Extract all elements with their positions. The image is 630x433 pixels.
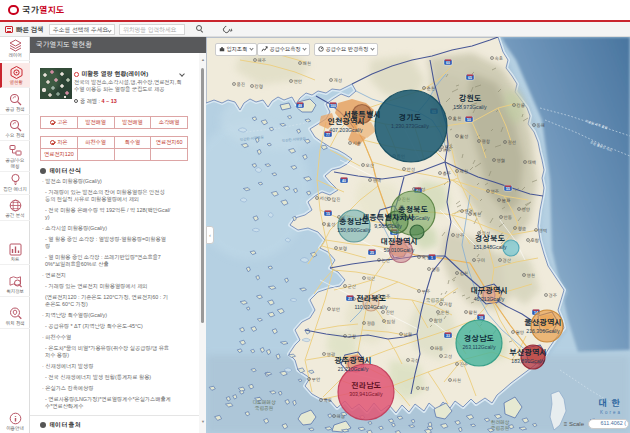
svg-text:고창: 고창 [348, 334, 357, 339]
svg-text:익산: 익산 [367, 276, 376, 281]
svg-text:울산광역시: 울산광역시 [524, 318, 561, 327]
svg-text:25: 25 [370, 251, 374, 255]
svg-text:남원: 남원 [404, 332, 412, 337]
svg-text:60: 60 [446, 61, 450, 65]
svg-text:40: 40 [342, 179, 346, 183]
svg-text:158,973Gcal/y: 158,973Gcal/y [453, 105, 487, 110]
svg-text:77: 77 [326, 133, 330, 137]
svg-text:논산: 논산 [382, 258, 391, 263]
svg-text:임실: 임실 [387, 319, 396, 324]
svg-text:김천: 김천 [460, 271, 468, 276]
svg-text:정선: 정선 [508, 140, 516, 145]
svg-text:강릉: 강릉 [517, 103, 526, 108]
svg-text:속초: 속초 [495, 56, 504, 61]
svg-text:59,010Gcal/y: 59,010Gcal/y [384, 248, 415, 253]
svg-text:충주: 충주 [443, 171, 452, 176]
svg-text:407,203Gcal/y: 407,203Gcal/y [329, 128, 363, 133]
svg-text:동해: 동해 [537, 123, 545, 128]
svg-text:평창: 평창 [482, 139, 491, 144]
svg-text:옹진: 옹진 [237, 82, 245, 87]
svg-text:인천광역시: 인천광역시 [327, 117, 364, 126]
svg-text:옥천: 옥천 [422, 255, 431, 260]
svg-text:33: 33 [446, 334, 450, 338]
svg-text:밀양: 밀양 [516, 330, 524, 335]
svg-text:구미: 구미 [477, 258, 485, 263]
svg-text:국립공원: 국립공원 [491, 426, 510, 431]
svg-text:150,690Gcal/y: 150,690Gcal/y [337, 228, 371, 233]
svg-text:진안: 진안 [386, 310, 395, 315]
svg-text:봉화: 봉화 [502, 198, 511, 203]
svg-text:경기도: 경기도 [399, 113, 422, 122]
svg-text:151,848Gcal/y: 151,848Gcal/y [473, 245, 507, 250]
svg-text:목포: 목포 [324, 398, 333, 403]
svg-text:50: 50 [467, 118, 471, 122]
svg-text:영동: 영동 [432, 267, 441, 272]
svg-text:영덕: 영덕 [539, 228, 548, 233]
svg-text:21: 21 [348, 297, 352, 301]
svg-text:안성: 안성 [407, 167, 415, 172]
svg-text:홍천: 홍천 [453, 116, 462, 121]
svg-text:강원도: 강원도 [459, 94, 482, 103]
svg-text:영월: 영월 [497, 158, 506, 163]
svg-text:대구광역시: 대구광역시 [470, 286, 507, 295]
svg-text:경주: 경주 [549, 293, 558, 298]
svg-text:한려해상: 한려해상 [491, 420, 510, 425]
svg-text:세종특별자치시: 세종특별자치시 [362, 213, 414, 222]
svg-text:21,210Gcal/y: 21,210Gcal/y [338, 367, 369, 372]
svg-text:여주: 여주 [443, 148, 452, 153]
svg-text:안동: 안동 [504, 215, 513, 220]
svg-text:국립공원: 국립공원 [426, 298, 445, 303]
svg-text:광주광역시: 광주광역시 [334, 356, 371, 365]
svg-text:216,306Gcal/y: 216,306Gcal/y [526, 329, 560, 334]
svg-text:평택: 평택 [373, 178, 381, 183]
svg-text:보령: 보령 [339, 246, 347, 251]
svg-text:경상남도: 경상남도 [464, 334, 494, 343]
svg-text:303,941Gcal/y: 303,941Gcal/y [349, 392, 383, 397]
svg-text:110,034Gcal/y: 110,034Gcal/y [354, 305, 387, 310]
svg-text:홍성: 홍성 [327, 222, 336, 227]
svg-text:예천: 예천 [473, 212, 481, 217]
svg-text:영광: 영광 [327, 352, 336, 357]
svg-text:183,891Gcal/y: 183,891Gcal/y [511, 359, 545, 364]
svg-text:고성: 고성 [444, 354, 452, 359]
svg-text:부산광역시: 부산광역시 [509, 348, 546, 357]
svg-text:부안: 부안 [332, 307, 341, 312]
svg-text:연안: 연안 [294, 79, 303, 84]
svg-text:해남: 해남 [337, 414, 346, 419]
svg-text:강령: 강령 [255, 84, 263, 89]
svg-text:상주: 상주 [455, 233, 465, 238]
svg-text:사천: 사천 [453, 378, 461, 383]
svg-text:제천: 제천 [460, 169, 468, 174]
svg-text:당진: 당진 [332, 197, 341, 202]
svg-text:100: 100 [330, 104, 336, 108]
svg-text:배천: 배천 [303, 61, 311, 66]
svg-text:춘천: 춘천 [427, 86, 435, 91]
svg-text:48: 48 [298, 104, 302, 108]
svg-text:영천: 영천 [527, 273, 535, 278]
svg-text:1,230,373Gcal/y: 1,230,373Gcal/y [391, 124, 429, 129]
svg-text:9,565Gcal/y: 9,565Gcal/y [374, 224, 402, 229]
svg-text:다도해해상: 다도해해상 [252, 400, 275, 405]
svg-text:곡성: 곡성 [411, 358, 419, 363]
svg-text:개성: 개성 [334, 78, 342, 83]
svg-text:순천: 순천 [441, 310, 449, 315]
svg-text:경상북도: 경상북도 [475, 234, 505, 243]
svg-text:65: 65 [468, 76, 472, 80]
svg-text:포항: 포항 [531, 238, 540, 243]
svg-text:보성: 보성 [421, 386, 429, 391]
svg-text:시흥: 시흥 [353, 141, 362, 146]
svg-text:하동: 하동 [435, 346, 444, 351]
svg-text:전라북도: 전라북도 [356, 294, 386, 303]
svg-text:전라남도: 전라남도 [351, 381, 381, 390]
svg-text:청송: 청송 [518, 226, 527, 231]
svg-text:정읍: 정읍 [367, 321, 376, 326]
svg-text:영양: 영양 [522, 207, 530, 212]
svg-text:함양: 함양 [434, 318, 443, 323]
svg-text:군산: 군산 [348, 284, 357, 289]
svg-text:거창: 거창 [444, 302, 453, 307]
svg-text:영주: 영주 [491, 189, 500, 194]
svg-text:국립공원: 국립공원 [255, 406, 274, 411]
svg-text:55: 55 [506, 187, 510, 191]
svg-text:오산: 오산 [366, 163, 375, 168]
svg-text:합천: 합천 [469, 310, 477, 315]
